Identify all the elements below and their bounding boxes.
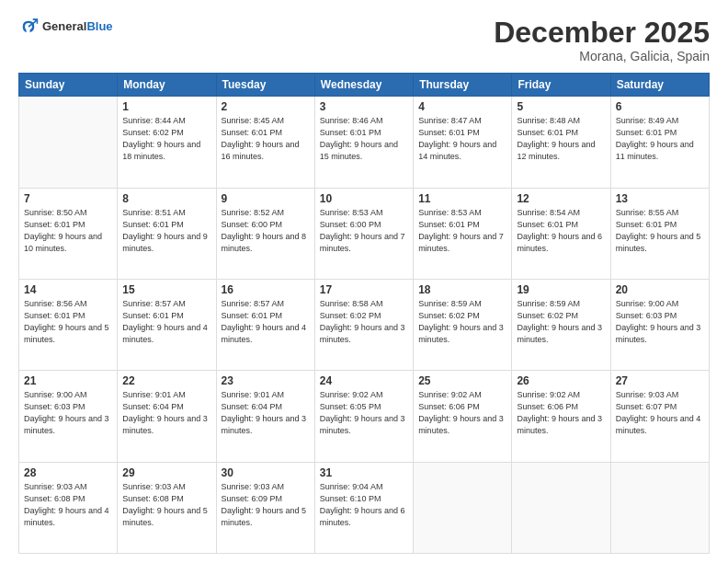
day-number: 12 xyxy=(517,192,605,205)
calendar-cell xyxy=(19,97,118,188)
calendar-cell: 31Sunrise: 9:04 AM Sunset: 6:10 PM Dayli… xyxy=(314,462,413,553)
logo-text: GeneralBlue xyxy=(42,19,113,34)
day-number: 27 xyxy=(616,374,704,387)
day-info: Sunrise: 9:02 AM Sunset: 6:05 PM Dayligh… xyxy=(320,389,408,437)
calendar-cell: 28Sunrise: 9:03 AM Sunset: 6:08 PM Dayli… xyxy=(19,462,118,553)
page: GeneralBlue December 2025 Morana, Galici… xyxy=(0,0,728,563)
calendar-cell: 3Sunrise: 8:46 AM Sunset: 6:01 PM Daylig… xyxy=(314,97,413,188)
day-number: 14 xyxy=(24,283,112,296)
day-number: 30 xyxy=(222,466,310,479)
week-row-5: 28Sunrise: 9:03 AM Sunset: 6:08 PM Dayli… xyxy=(19,462,710,553)
day-info: Sunrise: 9:03 AM Sunset: 6:09 PM Dayligh… xyxy=(222,481,310,529)
calendar-cell: 21Sunrise: 9:00 AM Sunset: 6:03 PM Dayli… xyxy=(19,371,118,462)
day-info: Sunrise: 8:53 AM Sunset: 6:01 PM Dayligh… xyxy=(418,207,506,255)
day-info: Sunrise: 9:02 AM Sunset: 6:06 PM Dayligh… xyxy=(418,389,506,437)
calendar-cell: 2Sunrise: 8:45 AM Sunset: 6:01 PM Daylig… xyxy=(216,97,314,188)
calendar-cell: 24Sunrise: 9:02 AM Sunset: 6:05 PM Dayli… xyxy=(314,371,413,462)
calendar-cell: 10Sunrise: 8:53 AM Sunset: 6:00 PM Dayli… xyxy=(314,188,413,279)
calendar-cell: 5Sunrise: 8:48 AM Sunset: 6:01 PM Daylig… xyxy=(512,97,610,188)
day-info: Sunrise: 8:49 AM Sunset: 6:01 PM Dayligh… xyxy=(616,115,704,163)
day-number: 26 xyxy=(517,374,605,387)
day-number: 21 xyxy=(24,374,112,387)
day-info: Sunrise: 9:02 AM Sunset: 6:06 PM Dayligh… xyxy=(517,389,605,437)
day-number: 4 xyxy=(418,100,506,113)
calendar-cell: 4Sunrise: 8:47 AM Sunset: 6:01 PM Daylig… xyxy=(414,97,512,188)
day-info: Sunrise: 8:48 AM Sunset: 6:01 PM Dayligh… xyxy=(517,115,605,163)
day-info: Sunrise: 9:00 AM Sunset: 6:03 PM Dayligh… xyxy=(616,298,704,346)
calendar-cell: 30Sunrise: 9:03 AM Sunset: 6:09 PM Dayli… xyxy=(216,462,314,553)
calendar-cell: 26Sunrise: 9:02 AM Sunset: 6:06 PM Dayli… xyxy=(512,371,610,462)
day-number: 15 xyxy=(122,283,210,296)
week-row-1: 1Sunrise: 8:44 AM Sunset: 6:02 PM Daylig… xyxy=(19,97,710,188)
day-info: Sunrise: 8:53 AM Sunset: 6:00 PM Dayligh… xyxy=(320,207,408,255)
day-info: Sunrise: 9:00 AM Sunset: 6:03 PM Dayligh… xyxy=(24,389,112,437)
calendar-cell: 7Sunrise: 8:50 AM Sunset: 6:01 PM Daylig… xyxy=(19,188,118,279)
day-info: Sunrise: 9:03 AM Sunset: 6:08 PM Dayligh… xyxy=(122,481,210,529)
week-row-3: 14Sunrise: 8:56 AM Sunset: 6:01 PM Dayli… xyxy=(19,279,710,370)
calendar-cell: 8Sunrise: 8:51 AM Sunset: 6:01 PM Daylig… xyxy=(118,188,216,279)
day-info: Sunrise: 8:55 AM Sunset: 6:01 PM Dayligh… xyxy=(616,207,704,255)
calendar-cell: 20Sunrise: 9:00 AM Sunset: 6:03 PM Dayli… xyxy=(610,279,709,370)
day-number: 29 xyxy=(122,466,210,479)
calendar-cell: 14Sunrise: 8:56 AM Sunset: 6:01 PM Dayli… xyxy=(19,279,118,370)
calendar-cell: 12Sunrise: 8:54 AM Sunset: 6:01 PM Dayli… xyxy=(512,188,610,279)
day-number: 25 xyxy=(418,374,506,387)
logo-icon xyxy=(18,17,39,37)
calendar-cell xyxy=(512,462,610,553)
day-number: 8 xyxy=(122,192,210,205)
day-number: 16 xyxy=(222,283,310,296)
day-number: 31 xyxy=(320,466,408,479)
day-info: Sunrise: 8:57 AM Sunset: 6:01 PM Dayligh… xyxy=(222,298,310,346)
day-info: Sunrise: 8:50 AM Sunset: 6:01 PM Dayligh… xyxy=(24,207,112,255)
calendar-cell: 1Sunrise: 8:44 AM Sunset: 6:02 PM Daylig… xyxy=(118,97,216,188)
day-number: 6 xyxy=(616,100,704,113)
calendar-cell: 11Sunrise: 8:53 AM Sunset: 6:01 PM Dayli… xyxy=(414,188,512,279)
day-info: Sunrise: 8:56 AM Sunset: 6:01 PM Dayligh… xyxy=(24,298,112,346)
calendar-header-row: SundayMondayTuesdayWednesdayThursdayFrid… xyxy=(19,74,710,97)
calendar-cell: 9Sunrise: 8:52 AM Sunset: 6:00 PM Daylig… xyxy=(216,188,314,279)
day-number: 11 xyxy=(418,192,506,205)
day-info: Sunrise: 8:57 AM Sunset: 6:01 PM Dayligh… xyxy=(122,298,210,346)
logo-general: General xyxy=(42,19,86,33)
calendar-table: SundayMondayTuesdayWednesdayThursdayFrid… xyxy=(18,73,710,554)
day-number: 23 xyxy=(222,374,310,387)
day-info: Sunrise: 9:04 AM Sunset: 6:10 PM Dayligh… xyxy=(320,481,408,529)
calendar-cell: 17Sunrise: 8:58 AM Sunset: 6:02 PM Dayli… xyxy=(314,279,413,370)
logo-blue: Blue xyxy=(86,19,112,33)
day-info: Sunrise: 8:44 AM Sunset: 6:02 PM Dayligh… xyxy=(122,115,210,163)
day-number: 24 xyxy=(320,374,408,387)
day-number: 13 xyxy=(616,192,704,205)
day-info: Sunrise: 9:03 AM Sunset: 6:08 PM Dayligh… xyxy=(24,481,112,529)
weekday-header-friday: Friday xyxy=(512,74,610,97)
calendar-cell: 15Sunrise: 8:57 AM Sunset: 6:01 PM Dayli… xyxy=(118,279,216,370)
calendar-cell: 25Sunrise: 9:02 AM Sunset: 6:06 PM Dayli… xyxy=(414,371,512,462)
day-number: 7 xyxy=(24,192,112,205)
calendar-cell: 27Sunrise: 9:03 AM Sunset: 6:07 PM Dayli… xyxy=(610,371,709,462)
weekday-header-saturday: Saturday xyxy=(610,74,709,97)
header: GeneralBlue December 2025 Morana, Galici… xyxy=(18,17,710,63)
day-number: 20 xyxy=(616,283,704,296)
day-info: Sunrise: 9:01 AM Sunset: 6:04 PM Dayligh… xyxy=(122,389,210,437)
logo: GeneralBlue xyxy=(18,17,113,37)
day-number: 17 xyxy=(320,283,408,296)
day-info: Sunrise: 8:51 AM Sunset: 6:01 PM Dayligh… xyxy=(122,207,210,255)
day-number: 3 xyxy=(320,100,408,113)
calendar-cell: 29Sunrise: 9:03 AM Sunset: 6:08 PM Dayli… xyxy=(118,462,216,553)
location: Morana, Galicia, Spain xyxy=(494,49,710,63)
calendar-cell: 18Sunrise: 8:59 AM Sunset: 6:02 PM Dayli… xyxy=(414,279,512,370)
day-info: Sunrise: 8:54 AM Sunset: 6:01 PM Dayligh… xyxy=(517,207,605,255)
calendar-cell: 23Sunrise: 9:01 AM Sunset: 6:04 PM Dayli… xyxy=(216,371,314,462)
weekday-header-wednesday: Wednesday xyxy=(314,74,413,97)
day-info: Sunrise: 8:47 AM Sunset: 6:01 PM Dayligh… xyxy=(418,115,506,163)
day-info: Sunrise: 9:03 AM Sunset: 6:07 PM Dayligh… xyxy=(616,389,704,437)
day-number: 5 xyxy=(517,100,605,113)
calendar-cell: 22Sunrise: 9:01 AM Sunset: 6:04 PM Dayli… xyxy=(118,371,216,462)
day-number: 28 xyxy=(24,466,112,479)
day-number: 9 xyxy=(222,192,310,205)
weekday-header-tuesday: Tuesday xyxy=(216,74,314,97)
day-number: 10 xyxy=(320,192,408,205)
day-number: 18 xyxy=(418,283,506,296)
title-block: December 2025 Morana, Galicia, Spain xyxy=(494,17,710,63)
month-title: December 2025 xyxy=(494,17,710,49)
calendar-cell xyxy=(414,462,512,553)
